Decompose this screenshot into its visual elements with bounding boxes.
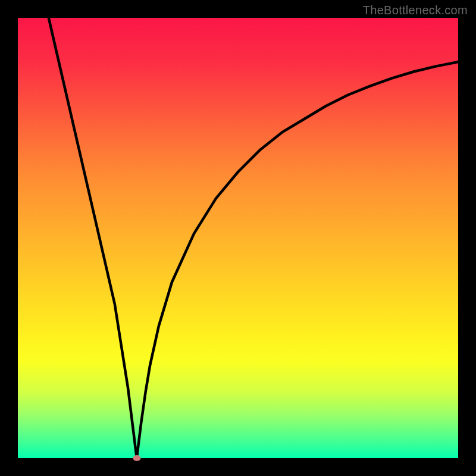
- minimum-marker: [133, 455, 140, 461]
- bottleneck-curve: [18, 18, 458, 458]
- watermark-text: TheBottleneck.com: [363, 4, 468, 17]
- chart-frame: TheBottleneck.com: [0, 0, 476, 476]
- curve-path: [49, 18, 458, 458]
